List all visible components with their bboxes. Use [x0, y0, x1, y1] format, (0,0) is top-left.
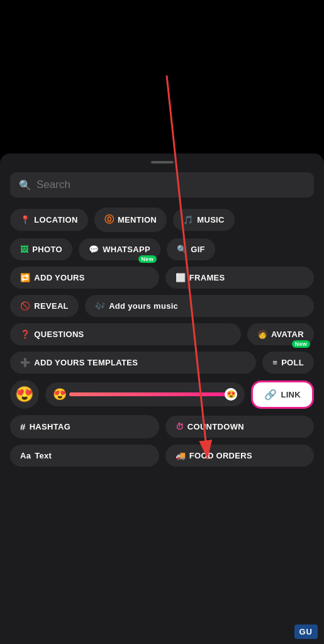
avatar-icon: 🧑 — [257, 330, 267, 339]
slider-track: 😍 — [69, 392, 237, 396]
watermark: GU — [294, 625, 318, 639]
addyourstemplates-icon: ➕ — [20, 358, 30, 367]
hashtag-countdown-row: # HASHTAG ⏱ COUNTDOWN — [10, 415, 314, 438]
whatsapp-badge: New — [138, 255, 157, 263]
text-icon: Aa — [20, 451, 31, 460]
countdown-icon: ⏱ — [176, 422, 184, 431]
hashtag-button[interactable]: # HASHTAG — [10, 415, 159, 438]
addyoursmusic-icon: 🎶 — [95, 301, 105, 311]
text-button[interactable]: Aa Text — [10, 445, 159, 467]
link-button[interactable]: 🔗 LINK — [251, 380, 314, 409]
location-button[interactable]: 📍 LOCATION — [10, 209, 88, 231]
avatar-button[interactable]: 🧑 AVATAR New — [247, 323, 314, 345]
mention-icon: ⓪ — [104, 214, 114, 226]
music-icon: 🎵 — [183, 215, 193, 225]
mention-button[interactable]: ⓪ MENTION — [94, 208, 167, 232]
stickers-grid: 📍 LOCATION ⓪ MENTION 🎵 MUSIC 🖼 PHOTO 💬 W… — [10, 208, 314, 467]
questions-icon: ❓ — [20, 330, 30, 339]
emoji-face-icon: 😍 — [15, 386, 34, 403]
row-4: 🚫 REVEAL 🎶 Add yours music — [10, 295, 314, 317]
frames-icon: ⬜ — [176, 273, 186, 282]
poll-button[interactable]: ≡ POLL — [262, 352, 314, 374]
link-icon: 🔗 — [264, 389, 277, 401]
photo-button[interactable]: 🖼 PHOTO — [10, 238, 72, 260]
emoji-slider[interactable]: 😍 😍 — [45, 382, 245, 406]
link-label: LINK — [281, 390, 301, 399]
music-button[interactable]: 🎵 MUSIC — [173, 209, 235, 231]
avatar-badge: New — [292, 340, 310, 348]
whatsapp-button[interactable]: 💬 WHATSAPP New — [79, 238, 160, 260]
slider-thumb: 😍 — [225, 388, 237, 401]
search-bar[interactable]: 🔍 — [10, 172, 314, 197]
addyourstemplates-button[interactable]: ➕ ADD YOURS TEMPLATES — [10, 352, 256, 374]
frames-button[interactable]: ⬜ FRAMES — [165, 267, 315, 289]
questions-button[interactable]: ❓ QUESTIONS — [10, 323, 241, 345]
row-2: 🖼 PHOTO 💬 WHATSAPP New 🔍 GIF — [10, 238, 314, 260]
addyoursmusic-button[interactable]: 🎶 Add yours music — [85, 295, 314, 317]
row-6: ➕ ADD YOURS TEMPLATES ≡ POLL — [10, 352, 314, 374]
food-icon: 🚚 — [176, 451, 186, 460]
foodorders-button[interactable]: 🚚 FOOD ORDERS — [165, 445, 315, 467]
reveal-icon: 🚫 — [20, 301, 30, 311]
emoji-circle[interactable]: 😍 — [10, 380, 39, 409]
countdown-button[interactable]: ⏱ COUNTDOWN — [165, 416, 315, 438]
poll-icon: ≡ — [272, 358, 277, 367]
whatsapp-icon: 💬 — [89, 245, 99, 254]
row-5: ❓ QUESTIONS 🧑 AVATAR New — [10, 323, 314, 345]
gif-icon: 🔍 — [177, 245, 187, 254]
slider-left-emoji: 😍 — [53, 387, 67, 401]
drag-handle[interactable] — [151, 161, 174, 164]
row-3: 🔁 ADD YOURS ⬜ FRAMES — [10, 267, 314, 289]
text-food-row: Aa Text 🚚 FOOD ORDERS — [10, 445, 314, 467]
photo-icon: 🖼 — [20, 245, 28, 254]
addyours-icon: 🔁 — [20, 273, 30, 282]
bottom-sheet: 🔍 📍 LOCATION ⓪ MENTION 🎵 MUSIC 🖼 PHOTO — [0, 153, 324, 644]
hashtag-icon: # — [20, 421, 26, 432]
search-input[interactable] — [36, 179, 305, 191]
slider-thumb-emoji: 😍 — [226, 390, 236, 399]
row-1: 📍 LOCATION ⓪ MENTION 🎵 MUSIC — [10, 208, 314, 232]
search-icon: 🔍 — [19, 179, 31, 191]
location-icon: 📍 — [20, 215, 30, 225]
gif-button[interactable]: 🔍 GIF — [167, 238, 215, 260]
addyours-button[interactable]: 🔁 ADD YOURS — [10, 267, 159, 289]
emoji-link-row: 😍 😍 😍 🔗 LINK — [10, 380, 314, 409]
reveal-button[interactable]: 🚫 REVEAL — [10, 295, 79, 317]
